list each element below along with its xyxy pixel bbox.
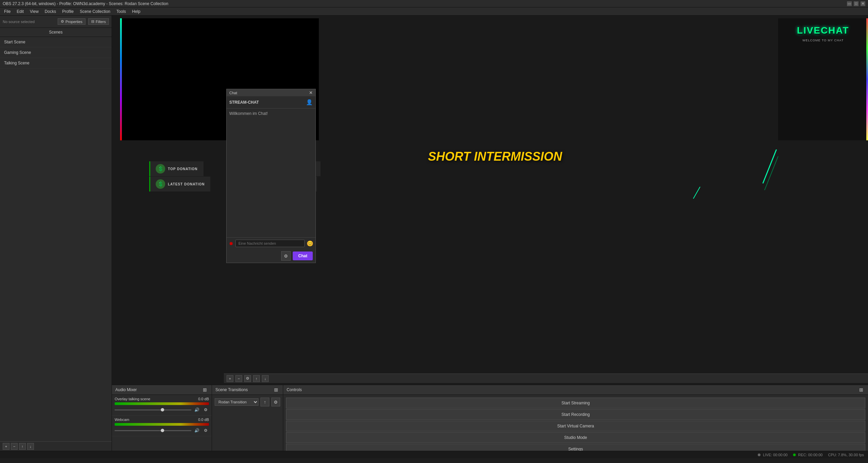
scenes-bottom-bar: + − ↑ ↓: [0, 441, 112, 451]
chat-dock: Chat ✕ STREAM-CHAT 👤 Willkommen im Chat!…: [226, 89, 316, 263]
menu-profile[interactable]: Profile: [59, 8, 76, 15]
overlay-mute-button[interactable]: 🔊: [193, 406, 200, 413]
top-donation-icon: 💲: [156, 164, 165, 174]
menu-edit[interactable]: Edit: [14, 8, 26, 15]
menu-scene-collection[interactable]: Scene Collection: [77, 8, 113, 15]
source-remove-button[interactable]: −: [235, 375, 242, 382]
filters-button[interactable]: ⊟ Filters: [88, 18, 109, 25]
chat-messages-area: Willkommen im Chat!: [227, 108, 315, 237]
chat-welcome-message: Willkommen im Chat!: [229, 111, 313, 116]
chat-footer: ⚙ Chat: [227, 249, 315, 263]
chat-send-button[interactable]: Chat: [293, 251, 313, 260]
settings-icon: ⚙: [284, 254, 288, 259]
start-recording-button[interactable]: Start Recording: [286, 409, 865, 420]
no-source-label: No source selected: [3, 20, 55, 24]
overlay-track-name: Overlay talking scene: [115, 397, 150, 401]
scene-up-button[interactable]: ↑: [19, 443, 26, 450]
menu-help[interactable]: Help: [129, 8, 143, 15]
transition-up-button[interactable]: ↑: [261, 398, 269, 406]
webcam-settings-button[interactable]: ⚙: [202, 427, 209, 434]
chat-dock-titlebar[interactable]: Chat ✕: [227, 89, 315, 96]
live-status: LIVE: 00:00:00: [758, 453, 788, 457]
source-down-button[interactable]: ↓: [262, 375, 269, 382]
scene-item-gaming[interactable]: Gaming Scene: [0, 47, 112, 58]
transition-select[interactable]: Rodan Transition: [215, 398, 258, 406]
settings-button[interactable]: Settings: [286, 444, 865, 451]
close-button[interactable]: ✕: [861, 1, 865, 6]
controls-header: Controls ⊞: [283, 385, 868, 395]
top-donation-label: TOP DONATION: [168, 167, 198, 171]
menu-docks[interactable]: Docks: [42, 8, 59, 15]
latest-donation-icon: 💲: [156, 179, 165, 189]
transition-select-row: Rodan Transition ↑ ⚙: [212, 395, 283, 409]
audio-track-overlay: Overlay talking scene 0.0 dB 🔊 ⚙: [112, 395, 212, 416]
scene-transitions-expand-button[interactable]: ⊞: [273, 387, 279, 392]
scene-transitions-title: Scene Transitions: [215, 387, 248, 392]
livechat-subtitle-text: WELCOME TO MY CHAT: [803, 39, 844, 42]
scene-add-button[interactable]: +: [3, 443, 9, 450]
source-add-button[interactable]: +: [227, 375, 233, 382]
overlay-audio-meter: [115, 402, 209, 405]
studio-mode-button[interactable]: Studio Mode: [286, 432, 865, 443]
source-controls: No source selected ⚙ Properties ⊟ Filter…: [0, 16, 112, 28]
menu-file[interactable]: File: [1, 8, 13, 15]
svg-line-2: [693, 187, 700, 199]
menu-tools[interactable]: Tools: [114, 8, 129, 15]
filter-icon: ⊟: [91, 19, 94, 24]
menu-view[interactable]: View: [27, 8, 41, 15]
minimize-button[interactable]: —: [847, 1, 852, 6]
scene-source-bar: + − ⚙ ↑ ↓: [224, 374, 868, 383]
small-teal-line: [692, 187, 702, 201]
controls-panel: Controls ⊞ Start Streaming Start Recordi…: [283, 385, 868, 451]
start-streaming-button[interactable]: Start Streaming: [286, 398, 865, 408]
source-settings-button[interactable]: ⚙: [244, 375, 251, 382]
controls-expand-button[interactable]: ⊞: [858, 387, 865, 392]
webcam-track-level: 0.0 dB: [198, 418, 209, 422]
audio-mixer-header: Audio Mixer ⊞: [112, 385, 212, 395]
stat-box-top-donation: 💲 TOP DONATION: [149, 161, 204, 176]
scenes-panel: Scenes Start Scene Gaming Scene Talking …: [0, 28, 112, 441]
overlay-fader[interactable]: [115, 409, 191, 410]
chat-settings-button[interactable]: ⚙: [281, 251, 291, 261]
scene-down-button[interactable]: ↓: [27, 443, 34, 450]
scene-remove-button[interactable]: −: [11, 443, 18, 450]
stat-box-latest-donation: 💲 LATEST DONATION: [149, 177, 210, 192]
webcam-audio-meter: [115, 423, 209, 426]
left-panel: No source selected ⚙ Properties ⊟ Filter…: [0, 16, 112, 451]
intermission-text: SHORT INTERMISSION: [428, 149, 562, 164]
teal-accent-lines: [759, 149, 780, 191]
audio-mixer-expand-button[interactable]: ⊞: [201, 387, 208, 392]
scene-item-talking[interactable]: Talking Scene: [0, 58, 112, 68]
manage-chat-button[interactable]: 👤: [306, 99, 313, 105]
livechat-title-text: LIVECHAT: [797, 25, 849, 36]
maximize-button[interactable]: □: [854, 1, 859, 6]
emoji-button[interactable]: 😊: [307, 240, 313, 247]
livechat-gradient-bar: [866, 18, 868, 140]
scene-transitions-header: Scene Transitions ⊞: [212, 385, 283, 395]
chat-dock-close-button[interactable]: ✕: [309, 90, 313, 95]
preview-area: LIVECHAT WELCOME TO MY CHAT SHORT INTERM…: [112, 16, 868, 451]
webcam-fader[interactable]: [115, 430, 191, 431]
overlay-settings-button[interactable]: ⚙: [202, 406, 209, 413]
webcam-mute-button[interactable]: 🔊: [193, 427, 200, 434]
audio-track-webcam: Webcam 0.0 dB 🔊 ⚙: [112, 416, 212, 436]
chat-message-input[interactable]: [235, 240, 305, 247]
latest-donation-label: LATEST DONATION: [168, 182, 205, 186]
controls-buttons-area: Start Streaming Start Recording Start Vi…: [283, 395, 868, 451]
livechat-preview: LIVECHAT WELCOME TO MY CHAT: [778, 18, 868, 140]
scene-item-start[interactable]: Start Scene: [0, 37, 112, 47]
controls-title: Controls: [287, 387, 302, 392]
audio-mixer-panel: Audio Mixer ⊞ Overlay talking scene 0.0 …: [112, 385, 212, 451]
cpu-status: CPU: 7.8%, 30.00 fps: [828, 453, 864, 457]
scenes-header: Scenes: [0, 28, 112, 37]
chat-record-icon: ⏺: [229, 241, 233, 246]
transition-gear-button[interactable]: ⚙: [271, 398, 280, 406]
properties-button[interactable]: ⚙ Properties: [58, 18, 85, 25]
start-virtual-camera-button[interactable]: Start Virtual Camera: [286, 421, 865, 431]
menubar: File Edit View Docks Profile Scene Colle…: [0, 7, 868, 16]
source-up-button[interactable]: ↑: [253, 375, 260, 382]
gear-icon: ⚙: [61, 19, 64, 24]
rec-indicator: [793, 454, 796, 456]
titlebar-controls: — □ ✕: [847, 1, 865, 6]
audio-mixer-title: Audio Mixer: [115, 387, 137, 392]
